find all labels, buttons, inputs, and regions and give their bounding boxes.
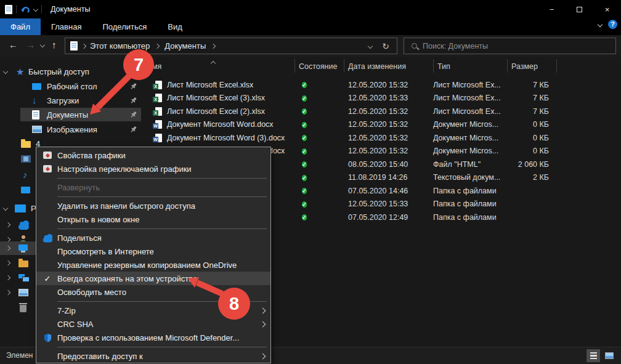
chevron-down-icon[interactable] — [3, 206, 8, 211]
refresh-icon[interactable]: ↻ — [382, 41, 389, 51]
recent-locations-chevron-icon[interactable] — [40, 42, 45, 47]
sidebar-item-quick-access-root[interactable]: ★Быстрый доступ — [0, 65, 141, 78]
customize-qat-chevron-icon[interactable] — [33, 7, 38, 12]
up-button[interactable]: ↑ — [52, 39, 57, 50]
checkmark-icon: ✓ — [44, 274, 51, 283]
file-modified: 12.05.2020 15:32 — [344, 147, 433, 155]
menu-item-label: Освободить место — [57, 288, 126, 297]
menu-item[interactable]: Поделиться — [36, 231, 270, 245]
menu-item: Развернуть — [36, 180, 270, 194]
column-divider[interactable] — [294, 59, 295, 73]
window-title: Документы — [51, 5, 90, 14]
chevron-right-icon[interactable] — [6, 290, 10, 295]
close-button[interactable]: × — [593, 0, 621, 18]
file-row[interactable]: WДокумент Microsoft Word (3).docx✓12.05.… — [142, 131, 621, 145]
file-row[interactable]: XЛист Microsoft Excel (2).xlsx✓12.05.202… — [142, 105, 621, 118]
menu-item[interactable]: Удалить из панели быстрого доступа — [36, 199, 270, 212]
menu-item-label: CRC SHA — [57, 320, 94, 329]
pin-icon — [126, 109, 139, 122]
forward-button[interactable]: → — [26, 39, 35, 50]
undo-icon[interactable] — [20, 5, 31, 14]
file-row[interactable]: XЛист Microsoft Excel (3).xlsx✓12.05.202… — [142, 92, 621, 105]
file-status: ✓ — [294, 80, 344, 89]
menu-item[interactable]: 7-Zip — [36, 304, 270, 317]
tab-view[interactable]: Вид — [157, 18, 193, 35]
sidebar-item-quick-access-documents[interactable]: Документы — [0, 108, 141, 121]
tab-home[interactable]: Главная — [41, 18, 92, 35]
minimize-button[interactable]: − — [538, 0, 566, 18]
menu-item[interactable]: Проверка с использованием Microsoft Defe… — [36, 331, 270, 344]
sidebar-item-quick-access-pictures[interactable]: Изображения — [0, 123, 141, 136]
divider — [16, 5, 17, 14]
menu-item[interactable]: Настройка переключаемой графики — [36, 162, 270, 176]
synced-check-icon: ✓ — [302, 82, 307, 88]
menu-separator — [36, 299, 270, 304]
explorer-window: Документы − × Файл Главная Поделиться Ви… — [0, 0, 621, 364]
menu-item[interactable]: Просмотреть в Интернете — [36, 245, 270, 258]
chevron-right-icon[interactable] — [6, 246, 10, 251]
file-size: 0 КБ — [507, 134, 556, 142]
chevron-right-icon[interactable] — [6, 275, 10, 280]
maximize-button[interactable] — [566, 0, 593, 18]
menu-item[interactable]: Свойства графики — [36, 148, 270, 162]
tab-share[interactable]: Поделиться — [92, 18, 157, 35]
address-dropdown-chevron-icon[interactable] — [368, 43, 373, 48]
search-box[interactable]: Поиск: Документы — [404, 38, 616, 54]
video-folder-icon — [21, 155, 31, 163]
thumbnails-view-button[interactable] — [603, 349, 616, 362]
chevron-right-icon[interactable] — [6, 261, 10, 265]
breadcrumb-documents[interactable]: Документы — [164, 41, 206, 51]
column-divider[interactable] — [507, 59, 508, 73]
breadcrumb-this-pc[interactable]: Этот компьютер — [90, 41, 150, 51]
sort-ascending-icon — [211, 61, 216, 66]
navigation-bar: ← → ↑ Этот компьютер Документы ↻ Поиск: … — [0, 35, 621, 57]
menu-item[interactable]: CRC SHA — [36, 317, 270, 331]
breadcrumb-chevron-icon — [155, 43, 160, 48]
file-row[interactable]: WДокумент Microsoft Word.docx✓12.05.2020… — [142, 118, 621, 132]
menu-item[interactable]: ✓Всегда сохранять на этом устройстве — [36, 272, 270, 285]
column-header-modified[interactable]: Дата изменения — [348, 62, 406, 71]
column-header-size[interactable]: Размер — [511, 62, 538, 71]
sidebar-item-quick-access-desktop[interactable]: Рабочий стол — [0, 79, 141, 93]
file-type: Папка с файлами — [433, 200, 507, 208]
sidebar-item-label: Загрузки — [47, 96, 79, 105]
details-view-button[interactable] — [586, 349, 600, 362]
pin-icon — [126, 124, 139, 137]
synced-check-icon: ✓ — [302, 135, 307, 141]
column-header-name[interactable]: Имя — [147, 62, 161, 71]
file-modified: 08.05.2020 15:40 — [344, 160, 433, 169]
graphics-settings-icon — [43, 165, 52, 172]
graphics-settings-icon — [43, 152, 52, 159]
menu-item[interactable]: Освободить место — [36, 285, 270, 299]
chevron-down-icon[interactable] — [3, 69, 8, 74]
synced-check-icon: ✓ — [302, 175, 307, 181]
sidebar-item-quick-access-downloads[interactable]: ↓Загрузки — [0, 94, 141, 107]
file-modified: 12.05.2020 15:32 — [344, 120, 433, 129]
excel-file-icon: X — [155, 81, 162, 89]
column-header-status[interactable]: Состояние — [299, 62, 337, 71]
column-header-type[interactable]: Тип — [437, 62, 450, 71]
back-button[interactable]: ← — [9, 39, 18, 50]
menu-item[interactable]: Управление резервным копированием OneDri… — [36, 258, 270, 272]
column-divider[interactable] — [433, 59, 434, 73]
this-pc-icon — [18, 245, 28, 251]
help-button[interactable]: ? — [608, 20, 617, 29]
breadcrumb-chevron-icon — [211, 43, 216, 48]
column-divider[interactable] — [556, 59, 557, 73]
chevron-right-icon[interactable] — [6, 222, 10, 227]
address-bar[interactable]: Этот компьютер Документы ↻ — [65, 38, 397, 54]
file-type: Текстовый докум... — [433, 173, 507, 182]
file-status: ✓ — [294, 160, 344, 169]
excel-file-icon: X — [155, 107, 162, 116]
word-file-icon: W — [155, 120, 162, 129]
menu-item-label: Поделиться — [57, 233, 102, 243]
synced-check-icon: ✓ — [302, 214, 307, 220]
expand-ribbon-chevron-icon[interactable] — [598, 22, 603, 26]
address-document-icon — [70, 41, 78, 51]
menu-item[interactable]: Предоставить доступ к — [36, 349, 270, 363]
tab-file[interactable]: Файл — [0, 18, 41, 35]
menu-item[interactable]: Открыть в новом окне — [36, 212, 270, 226]
file-row[interactable]: XЛист Microsoft Excel.xlsx✓12.05.2020 15… — [142, 78, 621, 92]
documents-icon — [32, 110, 39, 119]
column-divider[interactable] — [344, 59, 344, 73]
